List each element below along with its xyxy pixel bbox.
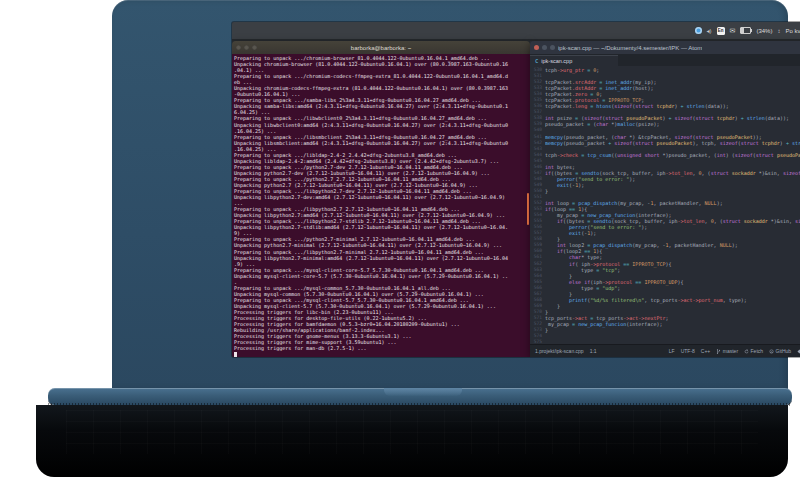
keyboard-indicator[interactable]: En <box>717 27 725 35</box>
code-line <box>545 339 800 344</box>
minimize-icon[interactable] <box>542 45 547 50</box>
terminal-line: Unpacking libldap-2.4-2:amd64 (2.4.42+df… <box>234 158 530 164</box>
status-bar: 1.projekt/ipk-scan.cpp 1:1 LF UTF-8 C++ <box>530 344 800 357</box>
cpp-file-icon: C <box>535 58 538 64</box>
terminal-line: Unpacking libpython2.7-stdlib:amd64 (2.7… <box>234 224 530 230</box>
network-arrows-icon[interactable]: ↕ <box>777 28 780 34</box>
terminal-scrollbar-thumb[interactable] <box>527 193 529 225</box>
atom-window-title: ipk-scan.cpp — ~/Dokumenty/4.semester/IP… <box>558 45 702 51</box>
terminal-cursor-line <box>234 351 530 357</box>
terminal-line: Unpacking libsmbclient:amd64 (2:4.3.11+d… <box>234 140 530 146</box>
keyboard-deck <box>36 405 788 477</box>
terminal-line: Unpacking mysql-client-core-5.7 (5.7.30-… <box>234 273 530 279</box>
clock[interactable]: Po kvě 11 16:09:29 <box>785 28 800 34</box>
status-github[interactable]: GitHub <box>769 348 791 354</box>
terminal-body[interactable]: Preparing to unpack .../chromium-browser… <box>232 54 530 357</box>
terminal-line: Unpacking libpython2.7-minimal:amd64 (2.… <box>234 255 530 261</box>
volume-icon[interactable]: ◂) <box>707 28 712 34</box>
terminal-title: barborka@barborka: ~ <box>232 45 530 51</box>
status-branch[interactable]: master <box>716 348 738 354</box>
fetch-icon <box>744 349 749 354</box>
git-branch-icon <box>716 349 721 354</box>
keyboard-keys <box>66 410 758 454</box>
terminal-cursor <box>234 352 237 357</box>
maximize-icon[interactable] <box>550 45 555 50</box>
status-cursor-position[interactable]: 1:1 <box>590 348 597 354</box>
terminal-line: Preparing to unpack .../libsmbclient_2%3… <box>234 134 530 140</box>
status-encoding[interactable]: UTF-8 <box>681 348 695 354</box>
laptop-mockup: ◂) En ✉ (34%) ↕ Po kvě 11 16:09:29 ⚙ bar… <box>0 0 800 477</box>
terminal-window: barborka@barborka: ~ Preparing to unpack… <box>232 41 530 357</box>
battery-label: (34%) <box>756 28 772 34</box>
gutter: 5305315325335345355365375385395405415425… <box>530 66 545 344</box>
laptop-screen: ◂) En ✉ (34%) ↕ Po kvě 11 16:09:29 ⚙ bar… <box>232 22 800 357</box>
unity-panel: ◂) En ✉ (34%) ↕ Po kvě 11 16:09:29 ⚙ <box>232 22 800 39</box>
desktop: barborka@barborka: ~ Preparing to unpack… <box>232 39 800 357</box>
battery-icon[interactable] <box>740 27 751 34</box>
close-icon[interactable] <box>534 45 539 50</box>
terminal-line: Unpacking chromium-browser (81.0.4044.12… <box>234 61 530 67</box>
terminal-line: Unpacking python2.7-minimal (2.7.12-1ubu… <box>234 242 530 248</box>
mail-icon[interactable]: ✉ <box>730 27 736 34</box>
terminal-titlebar[interactable]: barborka@barborka: ~ <box>232 41 530 54</box>
app-indicator-icon[interactable] <box>695 27 702 34</box>
editor[interactable]: 5305315325335345355365375385395405415425… <box>530 66 800 344</box>
line-number: 575 <box>530 339 542 344</box>
terminal-line: Preparing to unpack .../chromium-codecs-… <box>234 73 530 79</box>
terminal-line: Unpacking libwbclient0:amd64 (2:4.3.11+d… <box>234 122 530 128</box>
code-area[interactable]: tcph->urg_ptr = 0; tcpPacket.srcAddr = i… <box>545 66 800 344</box>
base-notch <box>384 388 462 396</box>
laptop-lid: ◂) En ✉ (34%) ↕ Po kvě 11 16:09:29 ⚙ bar… <box>112 0 788 389</box>
code-line: tcph->check = tcp_csum((unsigned short *… <box>545 152 800 158</box>
status-fetch[interactable]: Fetch <box>744 348 763 354</box>
tab-label: ipk-scan.cpp <box>541 58 572 64</box>
status-line-ending[interactable]: LF <box>669 348 675 354</box>
terminal-line: Unpacking libpython2.7-dev:amd64 (2.7.12… <box>234 194 530 200</box>
tab-ipk-scan-cpp[interactable]: C ipk-scan.cpp <box>530 55 618 66</box>
code-line: memcpy(pseudo_packet + sizeof(struct pse… <box>545 140 800 146</box>
status-file-path[interactable]: 1.projekt/ipk-scan.cpp <box>535 348 584 354</box>
terminal-line: Unpacking samba-libs:amd64 (2:4.3.11+dfs… <box>234 103 530 109</box>
status-grammar[interactable]: C++ <box>701 348 710 354</box>
github-icon <box>769 349 774 354</box>
atom-titlebar[interactable]: ipk-scan.cpp — ~/Dokumenty/4.semester/IP… <box>530 41 800 54</box>
tab-bar: C ipk-scan.cpp <box>530 54 800 66</box>
terminal-line: Preparing to unpack .../libwbclient0_2%3… <box>234 115 530 121</box>
atom-window: ipk-scan.cpp — ~/Dokumenty/4.semester/IP… <box>530 41 800 357</box>
